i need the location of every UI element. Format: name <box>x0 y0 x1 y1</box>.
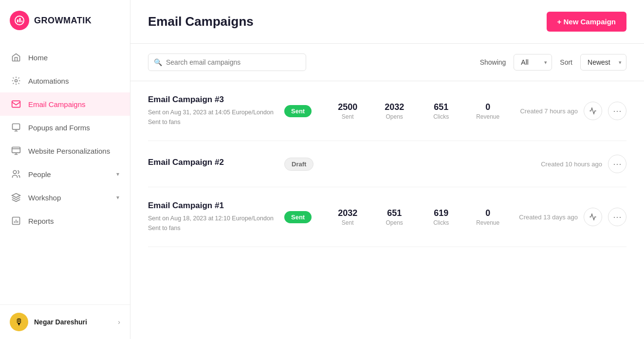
showing-label: Showing <box>480 58 506 66</box>
sort-select[interactable]: Newest Oldest <box>580 54 626 71</box>
svg-rect-3 <box>21 20 22 22</box>
sidebar-item-label: People <box>28 170 51 178</box>
campaign-meta: Sent on Aug 18, 2023 at 12:10 Europe/Lon… <box>148 214 275 233</box>
chevron-down-icon: ▾ <box>116 194 119 201</box>
app-name: GROWMATIK <box>34 16 92 26</box>
sidebar-item-people[interactable]: People ▾ <box>0 162 130 186</box>
sidebar-item-reports[interactable]: Reports <box>0 209 130 232</box>
sort-label: Sort <box>560 58 572 66</box>
main-content: Email Campaigns + New Campaign 🔍 Showing… <box>130 0 644 339</box>
sidebar-logo[interactable]: GROWMATIK <box>0 0 130 41</box>
sidebar-item-label: Workshop <box>28 194 61 202</box>
stat-value: 0 <box>473 208 502 218</box>
svg-rect-6 <box>13 124 20 130</box>
table-row: Email Campaign #3 Sent on Aug 31, 2023 a… <box>148 81 626 141</box>
stat-label: Revenue <box>473 219 502 226</box>
more-options-button[interactable]: ⋯ <box>608 208 626 226</box>
email-icon <box>11 99 21 109</box>
campaign-info: Email Campaign #3 Sent on Aug 31, 2023 a… <box>148 95 275 127</box>
sidebar-item-email-campaigns[interactable]: Email Campaigns <box>0 92 130 116</box>
created-time: Created 13 days ago <box>519 214 578 221</box>
sent-to: Sent to fans <box>148 117 275 127</box>
campaign-info: Email Campaign #2 <box>148 158 275 170</box>
sidebar-item-label: Website Personalizations <box>28 147 110 155</box>
stat-value: 2032 <box>380 102 409 112</box>
stat-value: 651 <box>426 102 456 112</box>
sidebar-item-workshop[interactable]: Workshop ▾ <box>0 186 130 209</box>
svg-point-8 <box>13 171 17 174</box>
campaign-right: Created 7 hours ago ⋯ <box>520 102 626 120</box>
stat-revenue: 0 Revenue <box>473 102 502 120</box>
sidebar: GROWMATIK Home Automations <box>0 0 130 339</box>
sidebar-item-home[interactable]: Home <box>0 46 130 69</box>
toolbar: 🔍 Showing All Sent Draft ▾ Sort Newest O… <box>130 44 644 81</box>
stat-label: Revenue <box>473 113 502 120</box>
table-row: Email Campaign #1 Sent on Aug 18, 2023 a… <box>148 187 626 247</box>
chart-button[interactable] <box>584 102 602 120</box>
sidebar-nav: Home Automations Email Campaigns <box>0 41 130 304</box>
stat-value: 0 <box>473 102 502 112</box>
search-wrap: 🔍 <box>148 54 306 71</box>
stat-label: Sent <box>333 219 362 226</box>
sidebar-item-popups-forms[interactable]: Popups and Forms <box>0 116 130 139</box>
sidebar-item-label: Home <box>28 54 48 62</box>
campaign-list: Email Campaign #3 Sent on Aug 31, 2023 a… <box>130 81 644 247</box>
stat-clicks: 619 Clicks <box>426 208 456 226</box>
chevron-down-icon: ▾ <box>116 171 119 178</box>
search-input[interactable] <box>148 54 306 71</box>
svg-rect-5 <box>12 101 20 107</box>
table-row: Email Campaign #2 Draft Created 10 hours… <box>148 141 626 187</box>
stat-value: 2032 <box>333 208 362 218</box>
campaign-name: Email Campaign #3 <box>148 95 275 105</box>
showing-select[interactable]: All Sent Draft <box>514 54 552 71</box>
svg-rect-2 <box>19 18 21 22</box>
campaign-stats: 2032 Sent 651 Opens 619 Clicks 0 Revenue <box>333 208 502 226</box>
popups-icon <box>11 122 21 133</box>
stat-revenue: 0 Revenue <box>473 208 502 226</box>
search-icon: 🔍 <box>154 58 162 66</box>
campaign-meta: Sent on Aug 31, 2023 at 14:05 Europe/Lon… <box>148 107 275 127</box>
more-options-button[interactable]: ⋯ <box>608 102 626 120</box>
created-time: Created 10 hours ago <box>541 161 602 168</box>
sent-date: Sent on Aug 18, 2023 at 12:10 Europe/Lon… <box>148 214 275 223</box>
showing-select-wrap: All Sent Draft ▾ <box>514 54 552 71</box>
campaign-right: Created 13 days ago ⋯ <box>519 208 626 226</box>
stat-label: Sent <box>333 113 362 120</box>
new-campaign-button[interactable]: + New Campaign <box>547 12 626 32</box>
stat-clicks: 651 Clicks <box>426 102 456 120</box>
sidebar-item-label: Popups and Forms <box>28 124 90 132</box>
stat-value: 651 <box>380 208 409 218</box>
stat-sent: 2032 Sent <box>333 208 362 226</box>
created-time: Created 7 hours ago <box>520 107 578 115</box>
chevron-right-icon: › <box>118 318 120 326</box>
stat-label: Opens <box>380 113 409 120</box>
stat-value: 619 <box>426 208 456 218</box>
sent-to: Sent to fans <box>148 223 275 233</box>
more-options-button[interactable]: ⋯ <box>608 155 626 173</box>
chart-button[interactable] <box>584 208 602 226</box>
status-badge: Draft <box>284 158 313 171</box>
campaign-stats: 2500 Sent 2032 Opens 651 Clicks 0 Revenu… <box>333 102 502 120</box>
svg-rect-7 <box>12 147 20 153</box>
campaign-name: Email Campaign #2 <box>148 158 275 167</box>
page-title: Email Campaigns <box>148 14 254 29</box>
stat-label: Opens <box>380 219 409 226</box>
sort-select-wrap: Newest Oldest ▾ <box>580 54 626 71</box>
svg-point-4 <box>15 80 18 82</box>
status-badge: Sent <box>284 211 312 223</box>
sidebar-item-automations[interactable]: Automations <box>0 69 130 92</box>
status-badge: Sent <box>284 105 312 117</box>
stat-label: Clicks <box>426 113 456 120</box>
automations-icon <box>11 75 21 86</box>
sidebar-item-label: Automations <box>28 77 69 85</box>
website-icon <box>11 145 21 156</box>
workshop-icon <box>11 192 21 203</box>
sidebar-item-website-personalizations[interactable]: Website Personalizations <box>0 139 130 162</box>
logo-icon <box>10 11 29 30</box>
stat-opens: 651 Opens <box>380 208 409 226</box>
campaign-name: Email Campaign #1 <box>148 201 275 211</box>
campaign-info: Email Campaign #1 Sent on Aug 18, 2023 a… <box>148 201 275 233</box>
campaign-right: Created 10 hours ago ⋯ <box>541 155 626 173</box>
sidebar-footer[interactable]: 🎙 Negar Dareshuri › <box>0 304 130 339</box>
people-icon <box>11 169 21 179</box>
